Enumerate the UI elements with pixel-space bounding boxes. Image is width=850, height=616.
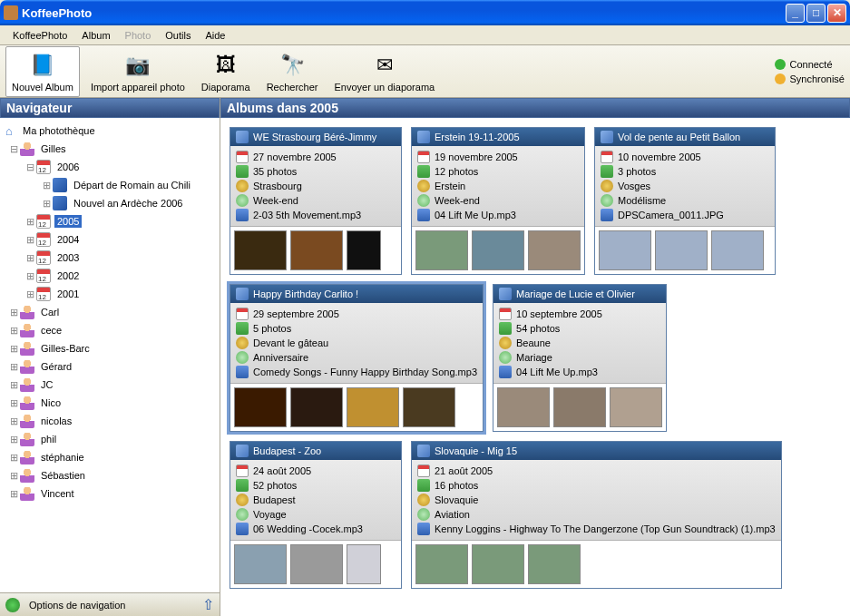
thumbnail[interactable] xyxy=(472,230,524,270)
thumbnail[interactable] xyxy=(528,544,581,584)
tree-owner[interactable]: ⊟Gilles xyxy=(2,140,218,158)
new-album-button[interactable]: 📘 Nouvel Album xyxy=(5,46,80,97)
album-music: 2-03 5th Movement.mp3 xyxy=(253,210,361,220)
thumbnail[interactable] xyxy=(528,230,581,270)
collapse-icon[interactable]: ⊟ xyxy=(24,161,36,173)
menu-aide[interactable]: Aide xyxy=(198,28,232,43)
expand-icon[interactable]: ⊞ xyxy=(7,343,20,355)
tree-user[interactable]: ⊞Vincent xyxy=(2,484,218,503)
thumbnail[interactable] xyxy=(290,544,343,584)
envelope-icon: ✉ xyxy=(370,51,399,80)
expand-icon[interactable]: ⊞ xyxy=(24,288,36,300)
thumbnail[interactable] xyxy=(234,544,287,584)
expand-icon[interactable]: ⊞ xyxy=(7,434,20,445)
search-button[interactable]: 🔭 Rechercher xyxy=(261,47,324,96)
expand-icon[interactable]: ⊞ xyxy=(40,198,53,210)
expand-icon[interactable]: ⊞ xyxy=(24,270,36,282)
album-music: Kenny Loggins - Highway To The Dangerzon… xyxy=(435,523,776,534)
album-photo-count: 3 photos xyxy=(618,166,656,177)
thumbnail[interactable] xyxy=(553,387,606,427)
thumbnail[interactable] xyxy=(347,544,381,584)
user-icon xyxy=(20,341,34,356)
user-icon xyxy=(20,305,34,319)
nav-footer[interactable]: Options de navigation ⇧ xyxy=(0,592,220,616)
expand-icon[interactable]: ⊞ xyxy=(7,488,20,500)
tree-album[interactable]: ⊞Départ de Romain au Chili xyxy=(2,176,218,194)
collapse-icon[interactable]: ⊟ xyxy=(7,143,20,155)
tree-year-2004[interactable]: ⊞2004 xyxy=(2,230,218,249)
tree-view[interactable]: ⌂Ma photothèque ⊟Gilles ⊟2006 ⊞Départ de… xyxy=(0,118,220,592)
tree-year-2006[interactable]: ⊟2006 xyxy=(2,158,218,176)
expand-icon[interactable]: ⊞ xyxy=(7,397,20,409)
tree-year-2005[interactable]: ⊞2005 xyxy=(2,212,218,230)
import-button[interactable]: 📷 Import appareil photo xyxy=(85,47,191,96)
tree-year-2001[interactable]: ⊞2001 xyxy=(2,285,218,303)
menu-outils[interactable]: Outils xyxy=(158,28,198,43)
tree-root[interactable]: ⌂Ma photothèque xyxy=(2,122,218,140)
status-area: Connecté Synchronisé xyxy=(775,59,845,84)
tree-user[interactable]: ⊞Carl xyxy=(2,303,218,321)
thumbnail[interactable] xyxy=(290,387,343,427)
album-music: 04 Lift Me Up.mp3 xyxy=(435,210,516,220)
thumbnail[interactable] xyxy=(347,387,399,427)
expand-icon[interactable]: ⊞ xyxy=(7,416,20,427)
thumbnail[interactable] xyxy=(599,230,651,270)
close-button[interactable]: ✕ xyxy=(827,4,846,23)
album-card[interactable]: Mariage de Lucie et Olivier10 septembre … xyxy=(493,284,667,432)
expand-icon[interactable]: ⊞ xyxy=(7,361,20,373)
expand-icon[interactable]: ⊞ xyxy=(7,325,20,337)
album-tag: Week-end xyxy=(435,195,480,206)
album-card[interactable]: Erstein 19-11-200519 novembre 200512 pho… xyxy=(411,127,585,275)
calendar-icon xyxy=(36,287,51,301)
thumbnail[interactable] xyxy=(415,544,468,584)
tree-user[interactable]: ⊞Gilles-Barc xyxy=(2,339,218,357)
send-slideshow-button[interactable]: ✉ Envoyer un diaporama xyxy=(329,47,441,96)
album-card[interactable]: Vol de pente au Petit Ballon10 novembre … xyxy=(594,127,776,275)
thumbnail[interactable] xyxy=(290,230,343,270)
thumbnail[interactable] xyxy=(610,387,662,427)
user-icon xyxy=(20,486,34,501)
calendar-icon xyxy=(36,269,51,283)
thumbnail[interactable] xyxy=(655,230,708,270)
thumbnail[interactable] xyxy=(497,387,550,427)
tree-year-2003[interactable]: ⊞2003 xyxy=(2,249,218,267)
thumbnail[interactable] xyxy=(234,230,287,270)
tree-user[interactable]: ⊞Sébastien xyxy=(2,466,218,484)
tree-user[interactable]: ⊞nicolas xyxy=(2,412,218,430)
menu-album[interactable]: Album xyxy=(74,28,117,43)
tree-user[interactable]: ⊞Gérard xyxy=(2,357,218,376)
content-panel: Albums dans 2005 WE Strasbourg Béré-Jimm… xyxy=(220,98,850,616)
expand-icon[interactable]: ⊞ xyxy=(7,379,20,391)
menu-koffeephoto[interactable]: KoffeePhoto xyxy=(5,28,74,43)
expand-icon[interactable]: ⊞ xyxy=(40,180,53,191)
expand-icon[interactable]: ⊞ xyxy=(7,307,20,318)
tree-user[interactable]: ⊞phil xyxy=(2,430,218,448)
thumbnail[interactable] xyxy=(234,387,287,427)
thumb-strip xyxy=(230,226,401,274)
tree-user[interactable]: ⊞JC xyxy=(2,376,218,394)
thumbnail[interactable] xyxy=(347,230,381,270)
tree-album[interactable]: ⊞Nouvel an Ardèche 2006 xyxy=(2,194,218,212)
expand-icon[interactable]: ⊞ xyxy=(24,252,36,264)
thumbnail[interactable] xyxy=(403,387,455,427)
tree-user[interactable]: ⊞stéphanie xyxy=(2,448,218,466)
slideshow-button[interactable]: 🖼 Diaporama xyxy=(196,47,256,96)
minimize-button[interactable]: _ xyxy=(786,4,805,23)
album-card[interactable]: Slovaquie - Mig 1521 août 200516 photosS… xyxy=(411,441,782,589)
album-card[interactable]: Budapest - Zoo24 août 200552 photosBudap… xyxy=(230,441,402,589)
expand-icon[interactable]: ⊞ xyxy=(7,452,20,464)
expand-icon[interactable]: ⊞ xyxy=(7,470,20,482)
maximize-button[interactable]: □ xyxy=(806,4,826,23)
up-arrow-icon[interactable]: ⇧ xyxy=(202,596,214,613)
tree-year-2002[interactable]: ⊞2002 xyxy=(2,267,218,285)
album-card[interactable]: WE Strasbourg Béré-Jimmy27 novembre 2005… xyxy=(230,127,402,275)
thumbnail[interactable] xyxy=(711,230,764,270)
album-card[interactable]: Happy Birthday Carlito !29 septembre 200… xyxy=(230,284,484,432)
thumbnail[interactable] xyxy=(472,544,524,584)
album-date: 10 novembre 2005 xyxy=(618,152,701,162)
tree-user[interactable]: ⊞cece xyxy=(2,321,218,339)
expand-icon[interactable]: ⊞ xyxy=(24,234,36,246)
thumbnail[interactable] xyxy=(415,230,468,270)
tree-user[interactable]: ⊞Nico xyxy=(2,394,218,412)
expand-icon[interactable]: ⊞ xyxy=(24,216,36,228)
